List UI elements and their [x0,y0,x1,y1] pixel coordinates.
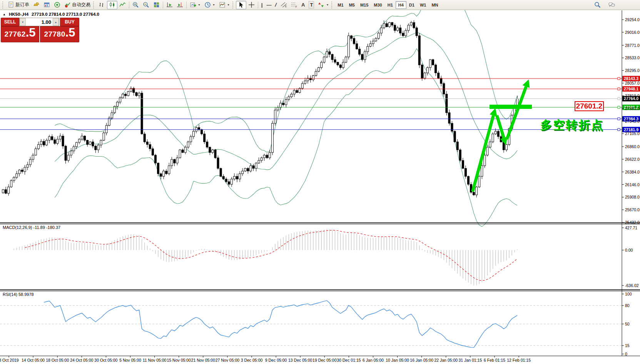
auto-trading-icon [64,2,71,8]
gold-symbol-button[interactable] [31,1,42,9]
dropdown-caret: ▼ [326,3,329,6]
chart-shift-button[interactable] [175,1,185,9]
zoom-out-button[interactable] [141,1,151,9]
symbol-ohlc: 27719.0 27814.0 27713.0 27764.0 [32,12,99,17]
rsi-indicator-label: RSI(14) 58.9978 [3,292,34,297]
svg-text:27581.0: 27581.0 [625,106,640,111]
timeframe-m30[interactable]: M30 [371,1,384,9]
timeframe-mn[interactable]: MN [429,1,441,9]
svg-text:22 Jan 05:00: 22 Jan 05:00 [434,358,458,362]
period-button[interactable]: ▼ [202,1,217,9]
timeframe-m5[interactable]: M5 [346,1,358,9]
volume-input[interactable] [26,18,53,26]
svg-text:6 Feb 01:15: 6 Feb 01:15 [484,358,505,362]
fibonacci-icon: F [291,2,297,8]
svg-text:13 Dec 05:00: 13 Dec 05:00 [288,358,312,362]
svg-text:30 Dec 01:15: 30 Dec 01:15 [337,358,361,362]
sell-button[interactable]: SELL [1,18,19,26]
market-window-icon [43,2,50,8]
svg-text:31 Jan 01:15: 31 Jan 01:15 [459,358,482,362]
bar-chart-icon [99,2,105,8]
trendline-tool[interactable]: / [273,1,279,9]
timeframe-d1[interactable]: D1 [406,1,417,9]
sell-price-button[interactable]: 27762 .5 [1,26,39,42]
crosshair-button[interactable] [246,1,257,9]
svg-text:6 Jan 05:00: 6 Jan 05:00 [363,358,384,362]
tile-windows-button[interactable] [151,1,162,9]
bollinger-bands-layer [55,1,517,226]
text-tool[interactable]: A [299,1,307,9]
collapse-icon[interactable]: ▲ [3,13,6,16]
pivot-note-text[interactable]: 多空转折点 [540,117,604,133]
arrows-tool[interactable]: ▼ [316,1,331,9]
auto-trading-button[interactable]: 自动交易 [62,1,92,9]
chat-button[interactable] [607,1,617,9]
cursor-button[interactable] [236,1,246,9]
svg-text:24 Oct 05:00: 24 Oct 05:00 [70,358,93,362]
svg-text:28143.3: 28143.3 [624,76,638,81]
svg-text:14 Oct 05:00: 14 Oct 05:00 [22,358,45,362]
svg-text:15: 15 [625,343,630,348]
svg-text:0.00: 0.00 [625,248,633,252]
svg-text:28533.0: 28533.0 [625,55,640,60]
trading-app-window: 新订单 自动交易 [0,0,640,364]
horizontal-line-tool[interactable]: — [264,1,273,9]
svg-text:F: F [296,5,297,8]
indicator-panes-layer [0,229,622,347]
svg-text:27105.0: 27105.0 [625,131,640,136]
line-chart-button[interactable] [117,1,128,9]
text-label-icon: T [309,1,314,8]
signal-button[interactable] [52,1,62,9]
price-callout-box[interactable]: 27601.2 [575,101,604,111]
svg-text:27343.0: 27343.0 [625,119,640,124]
buy-price-frac: .5 [65,29,75,37]
buy-button[interactable]: BUY [60,18,79,26]
timeframe-w1[interactable]: W1 [417,1,429,9]
line-chart-icon [119,2,126,8]
svg-text:-636.02: -636.02 [625,283,639,288]
text-label-tool[interactable]: T [307,1,316,9]
vertical-line-tool[interactable]: | [259,1,265,9]
trendline-icon: / [274,2,277,8]
toolbar-grip [2,2,4,8]
market-window-button[interactable] [42,1,52,9]
timeframe-m15[interactable]: M15 [358,1,371,9]
svg-text:427.71: 427.71 [625,225,637,230]
svg-text:18 Oct 05:00: 18 Oct 05:00 [46,358,69,362]
svg-text:26146.0: 26146.0 [625,182,640,187]
sell-price-main: 27762 [4,30,25,38]
timeframe-h4[interactable]: H4 [396,1,406,9]
candlestick-chart-button[interactable] [107,1,117,9]
svg-text:26860.0: 26860.0 [625,144,640,149]
volume-decrease-button[interactable]: ▼ [20,18,26,26]
timeframe-m1[interactable]: M1 [335,1,346,9]
zoom-in-button[interactable] [130,1,141,9]
volume-increase-button[interactable]: ▲ [53,18,59,26]
bar-chart-button[interactable] [97,1,107,9]
buy-price-button[interactable]: 27780 .5 [40,26,79,42]
new-order-button[interactable]: 新订单 [6,1,31,9]
dropdown-caret: ▼ [198,3,201,6]
vline-icon: | [261,2,263,8]
svg-text:19 Dec 05:00: 19 Dec 05:00 [312,358,337,362]
new-chart-button[interactable]: ▼ [188,1,202,9]
channel-tool[interactable]: E [279,1,289,9]
crosshair-icon [248,2,255,8]
chat-icon [608,2,615,8]
timeframe-h1[interactable]: H1 [385,1,396,9]
text-icon: A [301,2,305,8]
svg-text:27 Nov 05:00: 27 Nov 05:00 [216,358,240,362]
svg-text:8 Oct 2019: 8 Oct 2019 [0,358,19,362]
svg-text:E: E [285,5,287,8]
search-button[interactable] [592,1,603,9]
svg-text:15 Nov 05:00: 15 Nov 05:00 [167,358,191,362]
chart-area[interactable]: 28143.327948.127764.027601.227384.327181… [0,0,640,364]
template-button[interactable]: ▼ [217,1,232,9]
candlestick-chart-icon [109,2,115,8]
symbol-header: ▲ HK50-,H4 27719.0 27814.0 27713.0 27764… [3,12,99,17]
svg-text:5 Nov 05:00: 5 Nov 05:00 [119,358,141,362]
auto-scroll-button[interactable] [164,1,175,9]
svg-text:30 Oct 05:00: 30 Oct 05:00 [94,358,117,362]
fibonacci-tool[interactable]: F [289,1,299,9]
svg-text:29254.0: 29254.0 [625,17,640,22]
